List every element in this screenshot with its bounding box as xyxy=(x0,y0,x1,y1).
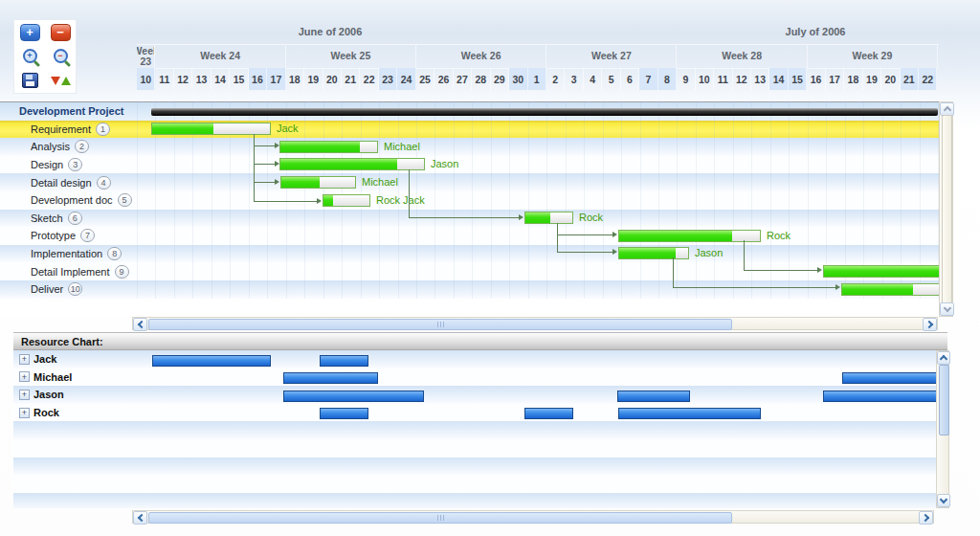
task-bar[interactable] xyxy=(823,265,941,278)
task-row[interactable]: Deliver10 xyxy=(0,280,939,299)
chevron-down-icon xyxy=(943,304,950,312)
expand-plus-icon[interactable]: + xyxy=(19,371,30,382)
task-number-badge: 9 xyxy=(115,265,129,279)
task-name: Requirement xyxy=(0,123,91,135)
day-header-cell: 18 xyxy=(286,68,304,90)
resource-name: Michael xyxy=(33,371,72,383)
task-progress-fill xyxy=(323,195,333,206)
task-row[interactable]: Development Project xyxy=(0,102,939,121)
day-header-cell: 22 xyxy=(919,68,937,90)
day-header-cell: 14 xyxy=(769,68,788,90)
resource-row[interactable]: +Rock xyxy=(13,404,936,422)
resource-row[interactable]: +Jack xyxy=(13,350,936,368)
task-bar[interactable] xyxy=(279,158,425,170)
magnifier-icon: + xyxy=(23,49,37,63)
task-progress-fill xyxy=(152,123,213,134)
task-row-selected[interactable]: Requirement1 xyxy=(0,121,939,139)
import-export-button[interactable] xyxy=(50,71,71,90)
day-header-cell: 17 xyxy=(267,68,285,90)
task-number-badge: 6 xyxy=(68,212,82,225)
chevron-left-icon xyxy=(137,514,145,522)
resource-horizontal-scrollbar[interactable] xyxy=(132,510,934,524)
week-header-row: Week 23Week 24Week 25Week 26Week 27Week … xyxy=(137,44,939,69)
zoom-in-button[interactable]: + xyxy=(19,47,40,66)
remove-task-button[interactable]: − xyxy=(50,23,71,42)
task-name: Development doc xyxy=(0,194,113,206)
resource-row[interactable]: +Jason xyxy=(13,386,936,404)
task-row[interactable]: Analysis2 xyxy=(0,138,939,156)
task-number-badge: 7 xyxy=(80,229,95,242)
chevron-down-icon xyxy=(940,496,947,503)
gantt-vscroll-thumb[interactable] xyxy=(942,115,952,305)
day-header-cell: 10 xyxy=(696,68,714,90)
square-plus-icon: + xyxy=(20,24,40,41)
resource-row-empty xyxy=(13,493,936,508)
task-row[interactable]: Design3 xyxy=(0,156,939,174)
day-header-cell: 10 xyxy=(137,68,155,90)
task-name: Detail design xyxy=(0,177,92,189)
task-number-badge: 2 xyxy=(75,140,89,153)
day-header-cell: 27 xyxy=(454,68,472,90)
day-header-cell: 14 xyxy=(212,68,230,90)
day-header-cell: 28 xyxy=(472,68,490,90)
task-row[interactable]: Implementation8 xyxy=(0,245,939,263)
task-row[interactable]: Prototype7 xyxy=(0,227,939,245)
day-header-cell: 7 xyxy=(639,68,657,90)
scroll-up-button[interactable] xyxy=(940,102,954,116)
zoom-out-button[interactable]: − xyxy=(50,47,71,66)
day-header-cell: 16 xyxy=(807,68,825,90)
day-header-cell: 29 xyxy=(491,68,509,90)
task-bar[interactable] xyxy=(323,194,370,207)
resource-rows: +Jack+Michael+Jason+Rock xyxy=(13,350,936,508)
gantt-vertical-scrollbar[interactable] xyxy=(939,101,953,317)
scroll-left-button[interactable] xyxy=(133,318,147,331)
task-row[interactable]: Sketch6 xyxy=(0,210,939,228)
day-header-cell: 13 xyxy=(751,68,769,90)
resource-name: Jason xyxy=(33,389,64,400)
gantt-hscroll-thumb[interactable] xyxy=(148,319,732,330)
resource-vscroll-thumb[interactable] xyxy=(939,365,949,436)
resource-row[interactable]: +Michael xyxy=(13,368,936,387)
scroll-down-button[interactable] xyxy=(940,302,954,316)
expand-plus-icon[interactable]: + xyxy=(19,408,30,418)
task-progress-fill xyxy=(281,177,320,188)
resource-vertical-scrollbar[interactable] xyxy=(936,350,949,508)
scroll-right-button[interactable] xyxy=(919,511,933,525)
save-button[interactable] xyxy=(19,71,40,90)
day-header-cell: 24 xyxy=(397,68,415,90)
task-number-badge: 1 xyxy=(96,123,110,136)
task-bar[interactable] xyxy=(524,212,573,224)
day-header-cell: 5 xyxy=(602,68,620,90)
task-bar[interactable] xyxy=(280,176,356,189)
task-bar[interactable] xyxy=(618,247,689,259)
task-row[interactable]: Development doc5 xyxy=(0,191,939,210)
day-header-cell: 19 xyxy=(304,68,323,90)
expand-plus-icon[interactable]: + xyxy=(19,390,30,400)
task-name: Sketch xyxy=(0,212,63,224)
scroll-right-button[interactable] xyxy=(923,318,937,331)
day-header-cell: 2 xyxy=(546,68,565,90)
day-header-cell: 1 xyxy=(528,68,546,90)
task-progress-fill xyxy=(525,212,550,223)
task-bar[interactable] xyxy=(841,283,941,296)
expand-plus-icon[interactable]: + xyxy=(19,354,30,365)
task-row[interactable]: Detail design4 xyxy=(0,173,939,191)
task-name: Implementation xyxy=(0,248,102,259)
task-bar[interactable] xyxy=(151,123,271,135)
day-header-cell: 6 xyxy=(621,68,639,90)
resource-hscroll-thumb[interactable] xyxy=(148,512,732,524)
task-row[interactable]: Detail Implement9 xyxy=(0,262,939,280)
month-header-row: June of 2006July of 2006 xyxy=(137,21,939,45)
resource-name: Jack xyxy=(33,353,56,365)
gantt-horizontal-scrollbar[interactable] xyxy=(132,317,938,330)
day-header-row: 1011121314151617181920212223242526272829… xyxy=(137,68,939,90)
task-name: Analysis xyxy=(0,141,70,152)
task-bar[interactable] xyxy=(279,141,378,153)
scroll-up-button[interactable] xyxy=(937,351,950,365)
task-rows: Development ProjectRequirement1Analysis2… xyxy=(0,102,939,299)
week-header-cell: Week 25 xyxy=(286,44,416,68)
scroll-left-button[interactable] xyxy=(133,511,147,525)
task-bar[interactable] xyxy=(618,230,761,242)
scroll-down-button[interactable] xyxy=(937,494,950,507)
add-task-button[interactable]: + xyxy=(19,23,40,42)
